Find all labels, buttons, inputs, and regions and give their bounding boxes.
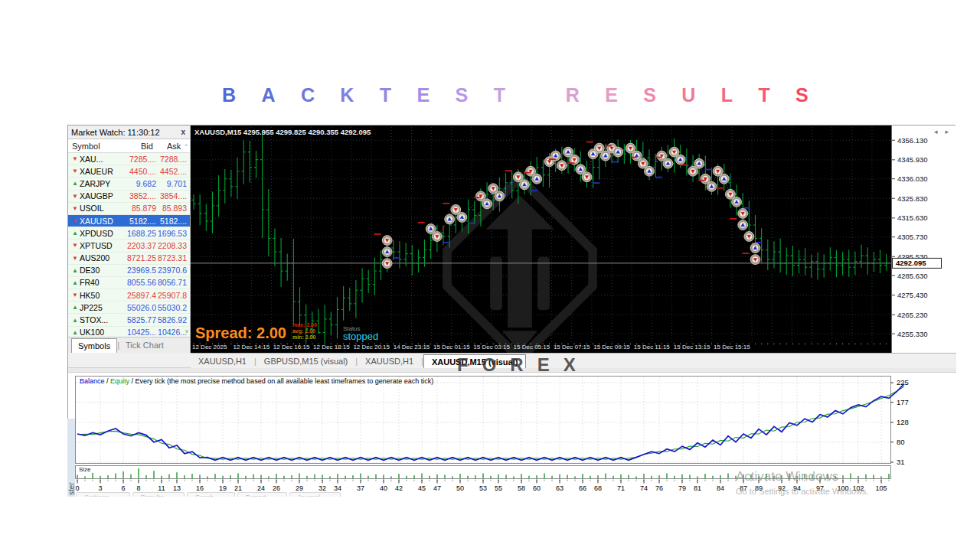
trade-marker[interactable]	[445, 214, 455, 224]
price-tick-label: 4336.030	[897, 174, 928, 183]
tester-y-tick-label: 31	[897, 458, 905, 466]
price-scale[interactable]: 4356.1304345.9304336.0304325.8304315.630…	[891, 126, 956, 353]
market-watch-tabs: Symbols|Tick Chart	[68, 337, 190, 353]
tester-tab-settings[interactable]: Settings	[76, 492, 130, 497]
tester-x-tick-label: 76	[655, 484, 663, 492]
market-watch-row-DE30[interactable]: ▲DE3023969.523970.6	[68, 265, 190, 277]
bid-value: 23969.5	[119, 266, 156, 275]
activate-line2: Go to Settings to activate Windows.	[736, 487, 869, 496]
tester-x-tick-label: 68	[594, 484, 602, 492]
trade-marker[interactable]	[738, 220, 748, 230]
symbol-label: XAUGBP	[80, 191, 119, 201]
tester-tab-graph[interactable]: Graph	[187, 492, 235, 497]
bid-value: 8055.56	[119, 278, 156, 287]
arrow-up-icon: ▲	[68, 304, 80, 311]
ask-value: 9.701	[156, 179, 188, 188]
tester-tab-journal[interactable]: Journal	[289, 492, 341, 497]
trade-marker[interactable]	[719, 174, 729, 184]
bid-value: 1688.25	[119, 229, 156, 238]
trade-marker[interactable]	[495, 191, 505, 201]
market-watch-row-STOX[interactable]: ▲STOX...5825.775826.92	[68, 314, 190, 326]
time-axis-label: 15 Dec 15:15	[714, 344, 750, 350]
chart-panel[interactable]: XAUUSD,M15 4295.955 4299.825 4290.355 42…	[191, 126, 891, 353]
market-watch-row-XAU[interactable]: ▼XAU...7285....7288....	[68, 153, 190, 165]
trade-marker[interactable]	[557, 161, 567, 171]
trade-marker[interactable]	[520, 180, 530, 190]
title-letter: S	[795, 84, 808, 106]
tester-tab-report[interactable]: Report	[237, 492, 287, 497]
symbol-label: STOX...	[80, 315, 119, 324]
candlestick-chart[interactable]	[191, 126, 891, 353]
trade-marker[interactable]	[707, 181, 717, 191]
chart-tab-xauusd-h1[interactable]: XAUUSD,H1	[358, 354, 421, 368]
ask-value: 5182....	[156, 217, 188, 226]
trade-marker[interactable]	[382, 247, 392, 257]
market-watch-rows: ▼XAU...7285....7288....▼XAUEUR4450....44…	[68, 153, 190, 339]
market-watch-row-XPTUSD[interactable]: ▼XPTUSD2203.372208.33	[68, 240, 190, 252]
market-watch-row-XAUGBP[interactable]: ▼XAUGBP3852....3854....	[68, 191, 190, 203]
market-watch-row-XAUUSD[interactable]: ▼XAUUSD5182....5182....	[68, 215, 190, 227]
tester-x-tick-label: 32	[318, 484, 326, 492]
activate-windows-watermark: Activate Windows Go to Settings to activ…	[736, 469, 869, 496]
market-watch-title: Market Watch: 11:30:12	[71, 128, 179, 137]
column-bid[interactable]: Bid	[119, 142, 153, 151]
trade-marker[interactable]	[382, 259, 392, 269]
market-watch-tab-tick-chart[interactable]: Tick Chart	[119, 337, 170, 353]
tab-nav-left-icon[interactable]: ◂	[934, 128, 938, 135]
tester-tab-results[interactable]: Results	[132, 492, 185, 497]
market-watch-panel: Market Watch: 11:30:12 x Symbol Bid Ask …	[68, 126, 191, 353]
trade-marker[interactable]	[613, 147, 623, 157]
tester-x-tick-label: 42	[395, 484, 403, 492]
symbol-label: XPDUSD	[80, 229, 119, 238]
trade-marker[interactable]	[482, 199, 492, 209]
price-tick-label: 4255.330	[897, 330, 928, 338]
bid-value: 25897.4	[119, 291, 156, 300]
symbol-label: XPTUSD	[80, 241, 119, 250]
price-tick-label: 4265.230	[897, 311, 928, 319]
title-letter: U	[681, 84, 695, 106]
tester-x-tick-label: 60	[533, 484, 541, 492]
trade-marker[interactable]	[382, 236, 392, 246]
time-axis-label: 15 Dec 05:15	[514, 344, 550, 350]
spread-value: Spread: 2.00	[195, 325, 286, 341]
forex-watermark: FOREX	[457, 354, 590, 376]
trade-marker[interactable]	[694, 158, 704, 168]
trade-marker[interactable]	[432, 232, 442, 242]
trade-marker[interactable]	[645, 166, 655, 176]
trade-marker[interactable]	[663, 158, 673, 168]
market-watch-row-XPDUSD[interactable]: ▲XPDUSD1688.251696.53	[68, 227, 190, 240]
page: { "banner": { "text": "BACKTEST RESULTS"…	[0, 0, 980, 551]
trade-marker[interactable]	[582, 172, 592, 182]
market-watch-row-USOIL[interactable]: ▼USOIL85.87985.893	[68, 203, 190, 215]
column-ask[interactable]: Ask	[153, 142, 183, 151]
market-watch-row-XAUEUR[interactable]: ▼XAUEUR4450....4452....	[68, 165, 190, 178]
title-letter: T	[758, 84, 769, 106]
close-icon[interactable]: x	[179, 128, 187, 136]
trade-marker[interactable]	[738, 209, 748, 219]
trade-marker[interactable]	[457, 213, 467, 223]
ask-value: 2208.33	[156, 241, 188, 250]
price-tick-label: 4345.930	[897, 155, 928, 164]
chart-tab-gbpusd-m15-visual-[interactable]: GBPUSD,M15 (visual)	[256, 354, 355, 368]
market-watch-row-FR40[interactable]: ▲FR408055.568056.71	[68, 277, 190, 289]
ask-value: 3854....	[156, 191, 188, 201]
chart-tab-xauusd-h1[interactable]: XAUUSD,H1	[191, 354, 254, 368]
market-watch-row-JP225[interactable]: ▲JP22555026.055030.2	[68, 302, 190, 314]
tab-nav-right-icon[interactable]: ▸	[945, 128, 949, 135]
trade-marker[interactable]	[750, 255, 760, 265]
market-watch-row-HK50[interactable]: ▼HK5025897.425907.8	[68, 289, 190, 302]
tester-x-tick-label: 6	[121, 484, 125, 492]
scroll-up-icon[interactable]: ^	[182, 142, 190, 149]
time-axis-label: 15 Dec 01:15	[433, 344, 470, 350]
market-watch-tab-symbols[interactable]: Symbols	[71, 338, 117, 353]
trade-marker[interactable]	[732, 197, 742, 207]
trade-marker[interactable]	[744, 232, 754, 242]
market-watch-row-ZARJPY[interactable]: ▲ZARJPY9.6829.701	[68, 178, 190, 190]
time-axis[interactable]: 12 Dec 202512 Dec 14:1512 Dec 16:1512 De…	[191, 342, 891, 353]
scroll-down-icon[interactable]: v	[185, 328, 188, 334]
trade-marker[interactable]	[750, 243, 760, 253]
column-symbol[interactable]: Symbol	[68, 142, 119, 151]
trade-marker[interactable]	[675, 155, 685, 165]
trade-marker[interactable]	[532, 174, 542, 184]
market-watch-row-AUS200[interactable]: ▼AUS2008721.258723.31	[68, 253, 190, 265]
